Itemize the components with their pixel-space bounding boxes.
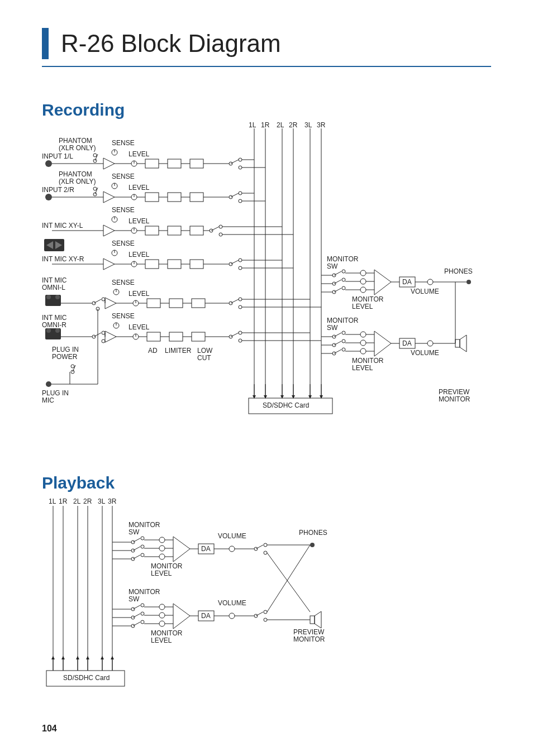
int-omni-r: INT MIC OMNI-R [42,314,66,329]
recording-title: Recording [42,101,491,119]
page-title: R-26 Block Diagram [61,30,281,58]
level-5: LEVEL [129,290,149,298]
int-omni-l: INT MIC OMNI-L [42,277,66,291]
mon-sw-2: MONITOR SW [327,317,358,332]
pb-vol-2: VOLUME [218,600,246,607]
svg-point-174 [360,279,366,284]
svg-line-193 [334,341,341,345]
svg-point-210 [427,341,433,346]
vol-2: VOLUME [411,350,439,357]
mon-lvl-1: MONITOR LEVEL [352,296,383,310]
svg-point-284 [229,613,235,619]
sense-6: SENSE [112,313,135,320]
svg-rect-48 [168,193,181,202]
svg-point-74 [219,225,222,228]
da-1: DA [402,279,412,286]
input-2r: INPUT 2/R [42,186,74,194]
svg-point-93 [239,259,242,262]
svg-point-273 [159,604,165,610]
svg-rect-84 [145,260,159,269]
ch-2l: 2L [277,122,284,129]
pb-1l: 1L [49,498,56,505]
svg-point-242 [159,546,165,551]
svg-rect-23 [145,159,159,168]
pb-3r: 3R [108,498,116,505]
svg-point-264 [141,604,144,607]
svg-line-73 [211,227,219,231]
svg-line-189 [334,333,341,337]
title-accent [42,28,49,59]
svg-point-194 [342,339,345,343]
svg-point-240 [159,537,165,543]
playback-svg [42,495,377,696]
pb-1r: 1R [59,498,67,505]
level-4: LEVEL [129,251,149,259]
svg-point-203 [360,348,366,354]
title-bar: R-26 Block Diagram [42,28,491,67]
pb-preview: PREVIEW MONITOR [293,629,325,643]
stage-ad: AD [148,347,158,355]
svg-point-251 [229,546,235,552]
svg-point-172 [360,270,366,276]
svg-rect-293 [310,616,315,624]
svg-point-56 [239,199,242,203]
svg-rect-107 [147,299,160,308]
svg-line-291 [267,545,310,612]
svg-line-288 [256,612,263,616]
svg-point-139 [239,331,242,334]
svg-point-171 [342,286,345,290]
recording-diagram: 1L 1R 2L 2R 3L 3R PHANTOM (XLR ONLY) INP… [42,122,489,429]
svg-line-92 [231,260,239,264]
pb-da-1: DA [201,546,211,553]
svg-point-36 [45,194,52,200]
da-2: DA [402,340,412,347]
svg-point-14 [93,154,97,157]
level-1: LEVEL [129,151,149,158]
svg-line-238 [133,555,140,559]
svg-rect-213 [455,339,460,347]
svg-point-186 [467,280,471,284]
svg-rect-65 [145,226,159,235]
svg-point-13 [45,160,52,167]
svg-point-201 [360,340,366,346]
svg-point-159 [102,339,105,343]
mon-lvl-2: MONITOR LEVEL [352,357,383,372]
svg-point-290 [264,618,267,621]
svg-line-271 [133,622,140,626]
svg-point-272 [141,620,144,624]
svg-rect-67 [168,226,181,235]
plugin-power: PLUG IN POWER [52,346,79,361]
pb-vol-1: VOLUME [218,533,246,540]
pb-da-2: DA [201,613,211,620]
mon-sw-1: MONITOR SW [327,256,358,270]
svg-point-259 [310,543,315,547]
ch-3r: 3R [317,122,325,129]
svg-point-183 [427,279,433,285]
svg-point-231 [141,537,144,540]
svg-point-239 [141,553,144,557]
vol-1: VOLUME [411,288,439,295]
svg-point-140 [239,339,242,342]
ch-1l: 1L [249,122,256,129]
svg-point-256 [264,543,267,547]
svg-line-234 [133,547,140,551]
svg-point-275 [159,613,165,618]
svg-rect-25 [168,159,181,168]
svg-rect-109 [169,299,183,308]
svg-line-170 [334,288,341,292]
svg-rect-69 [190,226,203,235]
svg-point-257 [264,551,267,554]
svg-point-146 [55,295,60,299]
svg-point-100 [102,298,105,301]
sense-4: SENSE [112,240,135,247]
recording-section: Recording [42,101,491,429]
svg-point-75 [219,233,222,236]
svg-point-176 [360,287,366,293]
sense-1: SENSE [112,140,135,147]
svg-point-116 [239,298,242,301]
svg-line-115 [231,299,239,303]
svg-line-230 [133,538,140,542]
svg-point-244 [159,554,165,559]
svg-point-123 [102,331,105,334]
svg-line-162 [334,271,341,275]
